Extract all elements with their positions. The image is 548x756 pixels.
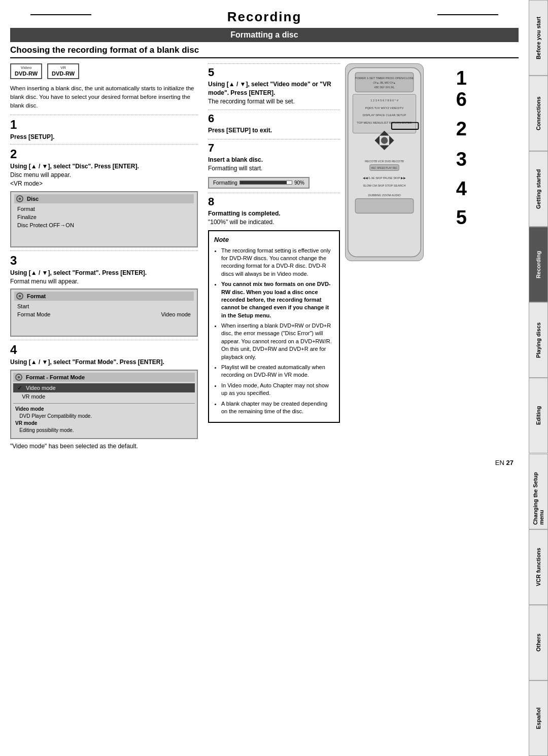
svg-text:SLOW  CM SKIP  STOP  SEARCH: SLOW CM SKIP STOP SEARCH [363,184,405,187]
step-4: 4 Using [▲ / ▼], select "Format Mode". P… [10,340,198,451]
note-item-5: In Video mode, Auto Chapter may not show… [221,382,334,398]
step-6-number: 6 [208,112,340,125]
right-step-numbers: 1 6 2 3 4 5 [456,63,467,263]
remote-svg: POWER 1-SET TIMER PROG OPEN/CLOSE CH▲ JB… [345,63,424,261]
sidebar-tab-getting-started[interactable]: Getting started [529,151,548,227]
format-mode-disc-icon [15,374,22,381]
note-item-4: Playlist will be created automatically w… [221,364,334,379]
step-4-default-note: "Video mode" has been selected as the de… [10,442,198,451]
disc-menu-screen: Disc Format Finalize Disc Protect OFF→ON [10,191,198,247]
svg-text:DUBBING  ZOOM  AUDIO: DUBBING ZOOM AUDIO [368,194,401,197]
right-num-2: 2 [456,119,467,139]
svg-text:REC SPEED  PLAY  REC: REC SPEED PLAY REC [371,167,398,169]
note-item-1: The recording format setting is effectiv… [221,247,334,278]
svg-text:RECOTB  VCR  DVD  RECOTB: RECOTB VCR DVD RECOTB [365,160,404,163]
format-menu-mode-row: Format Mode Video mode [14,310,194,318]
step-3-number: 3 [10,254,17,268]
sidebar-tab-recording[interactable]: Recording [529,227,548,302]
step-7: 7 Insert a blank disc. Formatting will s… [208,139,340,189]
remote-with-numbers: POWER 1-SET TIMER PROG OPEN/CLOSE CH▲ JB… [345,63,467,263]
step-1: 1 Press [SETUP]. [10,115,198,141]
step-2-text: Using [▲ / ▼], select "Disc". Press [ENT… [10,162,198,188]
sidebar-tabs: Before you start Connections Getting sta… [529,0,548,756]
format-disc-icon [16,293,23,300]
disc-menu-title: Disc [14,194,194,203]
right-num-1: 1 [456,68,467,89]
right-num-6: 6 [456,90,467,110]
progress-percent: 90% [294,180,304,186]
step-3: 3 Using [▲ / ▼], select "Format". Press … [10,250,198,337]
note-list: The recording format setting is effectiv… [221,247,334,416]
step-6: 6 Press [SETUP] to exit. [208,110,340,135]
format-menu-screen: Format Start Format Mode Video mode [10,289,198,337]
subsection-heading: Choosing the recording format of a blank… [10,45,519,58]
step-6-text: Press [SETUP] to exit. [208,126,340,135]
disc-menu-item-format: Format [14,205,194,213]
step-1-text: Press [SETUP]. [10,133,198,141]
logos-row: Video DVD-RW VR DVD-RW [10,63,198,79]
note-item-3: When inserting a blank DVD+RW or DVD+R d… [221,322,334,361]
svg-text:PQRS TUV WXYZ VIDEO/TV: PQRS TUV WXYZ VIDEO/TV [365,106,404,110]
step-2-number: 2 [10,147,17,161]
page-number-row: EN 27 [10,459,519,466]
progress-bar [239,181,292,185]
page-number: 27 [506,459,513,466]
svg-rect-21 [355,199,414,213]
format-mode-vr: VR mode [13,392,195,401]
svg-text:CH▲  JBL  MIO  CH▲: CH▲ JBL MIO CH▲ [373,82,395,84]
remote-control: POWER 1-SET TIMER PROG OPEN/CLOSE CH▲ JB… [345,63,452,263]
page-title: Recording [227,9,302,24]
step-7-text: Insert a blank disc. Formatting will sta… [208,156,340,173]
step-5-text: Using [▲ / ▼], select "Video mode" or "V… [208,80,340,105]
format-mode-title: Format - Format Mode [13,373,195,382]
step-5: 5 Using [▲ / ▼], select "Video mode" or … [208,63,340,105]
step-4-text: Using [▲ / ▼], select "Format Mode". Pre… [10,358,198,367]
step-5-number: 5 [208,66,340,79]
sidebar-tab-before-you-start[interactable]: Before you start [529,0,548,76]
progress-screen: Formatting 90% [208,177,310,189]
svg-text:◀◀/1.3E  SKIP  PAUSE  SKIP  ▶▶: ◀◀/1.3E SKIP PAUSE SKIP ▶▶ [363,176,406,179]
format-mode-video: ✓ Video mode [13,383,195,392]
svg-text:1  2  3  4  5  6  7  8  9  0  : 1 2 3 4 5 6 7 8 9 0 * # [370,99,399,102]
progress-bar-wrap: Formatting 90% [213,180,304,186]
disc-icon [16,195,23,202]
sidebar-tab-espanol[interactable]: Español [529,680,548,756]
sidebar-tab-connections[interactable]: Connections [529,76,548,151]
page-title-wrap: Recording [10,0,519,28]
format-menu-spacer [14,318,194,334]
sidebar-tab-editing[interactable]: Editing [529,378,548,453]
format-menu-title: Format [14,292,194,301]
step-8: 8 Formatting is completed. "100%" will b… [208,193,340,227]
disc-menu-item-finalize: Finalize [14,213,194,221]
note-box: Note The recording format setting is eff… [208,230,340,423]
sidebar-tab-playing-discs[interactable]: Playing discs [529,302,548,378]
disc-menu-spacer [14,229,194,244]
intro-text: When inserting a blank disc, the unit au… [10,84,198,111]
note-title: Note [214,235,334,244]
logo-dvd-rw-video: Video DVD-RW [10,63,42,79]
step-3-text: Using [▲ / ▼], select "Format". Press [E… [10,269,198,286]
format-mode-screen: Format - Format Mode ✓ Video mode VR mod… [10,370,198,439]
note-item-2: You cannot mix two formats on one DVD-RW… [221,280,334,319]
disc-menu-item-protect: Disc Protect OFF→ON [14,221,194,229]
left-section: Video DVD-RW VR DVD-RW When inserting a … [10,63,203,454]
step-2: 2 Using [▲ / ▼], select "Disc". Press [E… [10,144,198,247]
svg-text:POWER   1-SET  TIMER PROG  OPE: POWER 1-SET TIMER PROG OPEN/CLOSE [355,77,414,80]
sidebar-tab-changing-setup[interactable]: Changing the Setup menu [529,454,548,529]
step-1-number: 1 [10,118,17,132]
section-title-bar: Formatting a disc [10,28,519,42]
svg-rect-14 [381,137,388,143]
right-num-3: 3 [456,150,467,170]
right-section: POWER 1-SET TIMER PROG OPEN/CLOSE CH▲ JB… [345,63,467,454]
center-section: 5 Using [▲ / ▼], select "Video mode" or … [203,63,345,454]
step-8-number: 8 [208,195,340,208]
progress-label: Formatting [213,180,237,186]
content-wrap: Video DVD-RW VR DVD-RW When inserting a … [10,63,519,454]
sidebar-tab-others[interactable]: Others [529,605,548,680]
page-number-prefix: EN [495,459,504,466]
step-8-text: Formatting is completed. "100%" will be … [208,209,340,227]
sidebar-tab-vcr-functions[interactable]: VCR functions [529,529,548,605]
step-4-number: 4 [10,343,17,357]
step-7-number: 7 [208,141,340,155]
svg-text:ABC  DEF  GHI  JKL: ABC DEF GHI JKL [374,86,395,89]
